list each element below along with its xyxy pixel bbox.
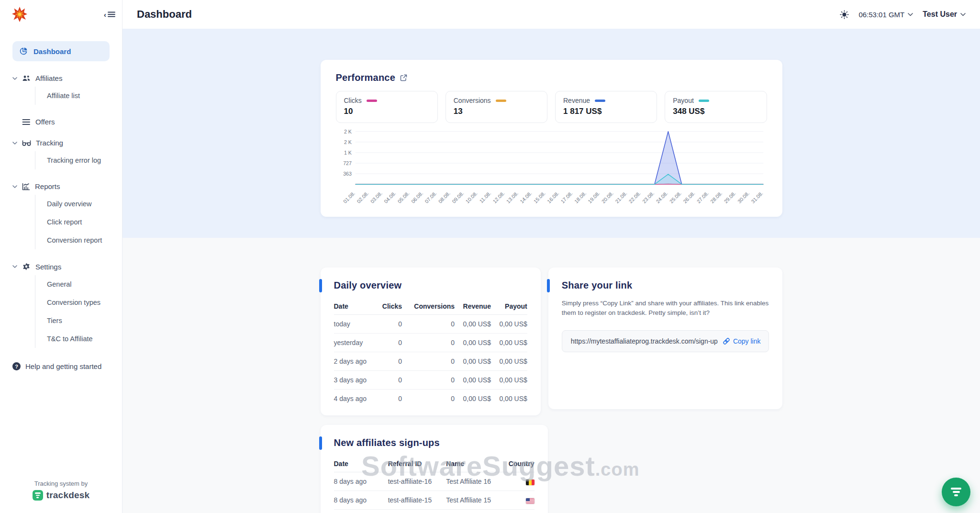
pie-chart-icon (19, 47, 28, 56)
sidebar-item-tiers[interactable]: Tiers (47, 312, 110, 330)
payout-series-swatch-icon (699, 100, 709, 102)
sidebar-item-help[interactable]: ? Help and getting started (12, 362, 110, 370)
cell-referral-id: test-affiliate-16 (388, 472, 446, 491)
column-header: Country (502, 455, 534, 472)
trackdesk-widget-button[interactable] (942, 478, 970, 506)
flag-us-icon (526, 498, 535, 504)
sidebar-item-tracking[interactable]: Tracking (12, 139, 110, 147)
main-area: Dashboard 06:53:01 GMT (122, 0, 980, 513)
stat-value: 10 (344, 107, 430, 116)
sidebar-collapse-button[interactable]: ‹ (104, 11, 115, 18)
sidebar-item-daily-overview[interactable]: Daily overview (47, 195, 110, 213)
sidebar-item-tracking-error-log[interactable]: Tracking error log (47, 151, 110, 169)
column-header: Date (334, 298, 377, 315)
sidebar-item-label: Reports (35, 182, 60, 190)
svg-text:05.08.: 05.08. (396, 190, 410, 204)
sidebar-item-tc-to-affiliate[interactable]: T&C to Affiliate (47, 330, 110, 348)
external-link-icon[interactable] (400, 74, 407, 81)
cell-name: Test Affiliate 16 (446, 472, 502, 491)
timezone-dropdown[interactable]: 06:53:01 GMT (858, 11, 913, 19)
cell-clicks: 0 (376, 371, 402, 390)
user-menu-dropdown[interactable]: Test User (923, 10, 966, 19)
svg-text:21.08.: 21.08. (614, 190, 628, 204)
table-row: today 0 0 0,00 US$ 0,00 US$ (334, 315, 527, 334)
column-header: Referral ID (388, 455, 446, 472)
sidebar-item-settings[interactable]: Settings (12, 262, 110, 271)
daily-overview-table: Date Clicks Conversions Revenue Payout t… (334, 298, 527, 408)
performance-card: Performance Clicks 10 (321, 60, 782, 217)
cell-date: 8 days ago (334, 491, 388, 510)
svg-text:1 K: 1 K (344, 150, 351, 156)
reports-sublist: Daily overview Click report Conversion r… (35, 195, 110, 249)
sidebar-item-click-report[interactable]: Click report (47, 213, 110, 231)
user-name: Test User (923, 10, 957, 19)
sidebar-nav: Dashboard Affiliates Affiliate list (0, 29, 122, 370)
performance-chart: 3637271 K2 K2 K01.08.02.08.03.08.04.08.0… (336, 128, 767, 210)
sun-icon (840, 10, 849, 19)
app-logo[interactable] (11, 6, 28, 22)
content-area: Performance Clicks 10 (122, 29, 980, 513)
svg-text:19.08.: 19.08. (587, 190, 601, 204)
chevron-down-icon (12, 142, 17, 145)
column-header: Revenue (455, 298, 491, 315)
starburst-logo-icon (11, 6, 28, 22)
theme-toggle-button[interactable] (840, 10, 849, 19)
sidebar-item-label: Offers (35, 118, 55, 126)
cell-date: 2 days ago (334, 352, 377, 371)
sidebar-item-affiliates[interactable]: Affiliates (12, 74, 110, 82)
svg-text:11.08.: 11.08. (478, 190, 492, 204)
svg-text:12.08.: 12.08. (491, 190, 505, 204)
table-row: yesterday 0 0 0,00 US$ 0,00 US$ (334, 334, 527, 352)
cell-date: today (334, 315, 377, 334)
trackdesk-brand[interactable]: trackdesk (0, 490, 122, 501)
share-link-description: Simply press “Copy Link” and share with … (562, 299, 769, 318)
svg-text:2 K: 2 K (344, 139, 351, 145)
svg-text:2 K: 2 K (344, 129, 351, 134)
share-link-card: Share your link Simply press “Copy Link”… (548, 268, 782, 409)
cell-payout: 0,00 US$ (491, 315, 527, 334)
area-chart: 3637271 K2 K2 K01.08.02.08.03.08.04.08.0… (336, 128, 767, 210)
tracking-sublist: Tracking error log (35, 151, 110, 169)
svg-text:24.08.: 24.08. (655, 190, 668, 204)
top-header: Dashboard 06:53:01 GMT (122, 0, 980, 29)
cell-payout: 0,00 US$ (491, 371, 527, 390)
chevron-down-icon (960, 13, 966, 16)
table-row: 8 days ago test-affiliate-16 Test Affili… (334, 472, 535, 491)
cell-revenue: 0,00 US$ (455, 371, 491, 390)
sidebar-item-conversion-report[interactable]: Conversion report (47, 231, 110, 249)
daily-overview-title: Daily overview (334, 280, 402, 290)
page-title: Dashboard (137, 8, 192, 21)
referral-url: https://mytestaffialiateprog.trackdesk.c… (571, 337, 718, 345)
stat-label: Conversions (454, 97, 491, 104)
svg-text:02.08.: 02.08. (356, 190, 369, 204)
cell-conversions: 0 (402, 352, 455, 371)
table-row: 8 days ago test-affiliate-15 Test Affili… (334, 491, 535, 510)
sidebar-item-reports[interactable]: Reports (12, 182, 110, 190)
funnel-bar-icon (951, 488, 961, 490)
sidebar-item-dashboard[interactable]: Dashboard (12, 41, 110, 61)
svg-text:06.08.: 06.08. (410, 190, 423, 204)
gear-icon (22, 262, 31, 271)
cell-revenue: 0,00 US$ (455, 390, 491, 408)
cell-clicks: 0 (376, 334, 402, 352)
svg-text:30.08.: 30.08. (736, 190, 750, 204)
affiliates-sublist: Affiliate list (35, 87, 110, 105)
sidebar-item-general[interactable]: General (47, 275, 110, 293)
footer-tagline: Tracking system by (0, 480, 122, 487)
sidebar-item-offers[interactable]: Offers (12, 118, 110, 126)
svg-text:14.08.: 14.08. (519, 190, 533, 204)
header-controls: 06:53:01 GMT Test User (840, 10, 966, 19)
cell-date: 8 days ago (334, 510, 388, 513)
clicks-series-swatch-icon (367, 100, 377, 102)
copy-link-button[interactable]: Copy link (723, 337, 761, 345)
sidebar-item-conversion-types[interactable]: Conversion types (47, 293, 110, 312)
sidebar-footer: Tracking system by trackdesk (0, 480, 122, 513)
cell-date: 8 days ago (334, 472, 388, 491)
sidebar-item-affiliate-list[interactable]: Affiliate list (47, 87, 110, 105)
cell-clicks: 0 (376, 390, 402, 408)
card-accent-bar (547, 279, 550, 292)
card-accent-bar (319, 279, 322, 292)
app-window: ‹ Dashboard (0, 0, 980, 513)
cell-revenue: 0,00 US$ (455, 315, 491, 334)
chevron-down-icon (908, 13, 913, 16)
